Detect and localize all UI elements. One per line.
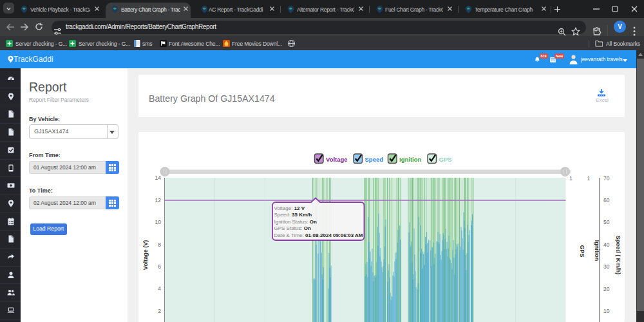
svg-text:1: 1 bbox=[587, 175, 591, 182]
svg-text:Date & Time: 01-08-2024 09:06:: Date & Time: 01-08-2024 09:06:03 AM bbox=[274, 232, 363, 238]
svg-text:GPS Status: On: GPS Status: On bbox=[274, 225, 311, 231]
svg-text:50: 50 bbox=[603, 219, 610, 225]
svg-text:Voltage: 12 V: Voltage: 12 V bbox=[274, 205, 305, 211]
svg-text:Ignition Status: On: Ignition Status: On bbox=[274, 219, 317, 225]
svg-text:60: 60 bbox=[603, 197, 610, 204]
svg-text:Ignition: Ignition bbox=[594, 240, 600, 261]
svg-text:Speed: Speed bbox=[365, 156, 384, 163]
svg-text:40: 40 bbox=[603, 242, 610, 248]
svg-text:12: 12 bbox=[155, 197, 162, 204]
svg-text:Ignition: Ignition bbox=[399, 156, 421, 163]
svg-text:70: 70 bbox=[603, 175, 610, 182]
svg-text:30: 30 bbox=[603, 263, 610, 270]
svg-text:20: 20 bbox=[603, 286, 610, 292]
svg-text:2: 2 bbox=[158, 308, 161, 314]
svg-text:6: 6 bbox=[158, 263, 161, 270]
svg-text:4: 4 bbox=[158, 285, 161, 292]
svg-text:GPS: GPS bbox=[579, 245, 585, 257]
svg-text:10: 10 bbox=[155, 219, 162, 225]
svg-text:14: 14 bbox=[155, 175, 162, 181]
svg-text:Speed ( Km/h): Speed ( Km/h) bbox=[615, 236, 621, 275]
svg-text:Voltage (V): Voltage (V) bbox=[142, 240, 149, 270]
svg-text:10: 10 bbox=[603, 308, 610, 314]
svg-text:Speed: 35 Km/h: Speed: 35 Km/h bbox=[274, 212, 312, 218]
svg-text:Voltage: Voltage bbox=[326, 156, 348, 163]
svg-text:1: 1 bbox=[569, 175, 573, 182]
svg-text:8: 8 bbox=[158, 242, 161, 248]
svg-text:GPS: GPS bbox=[439, 156, 452, 163]
